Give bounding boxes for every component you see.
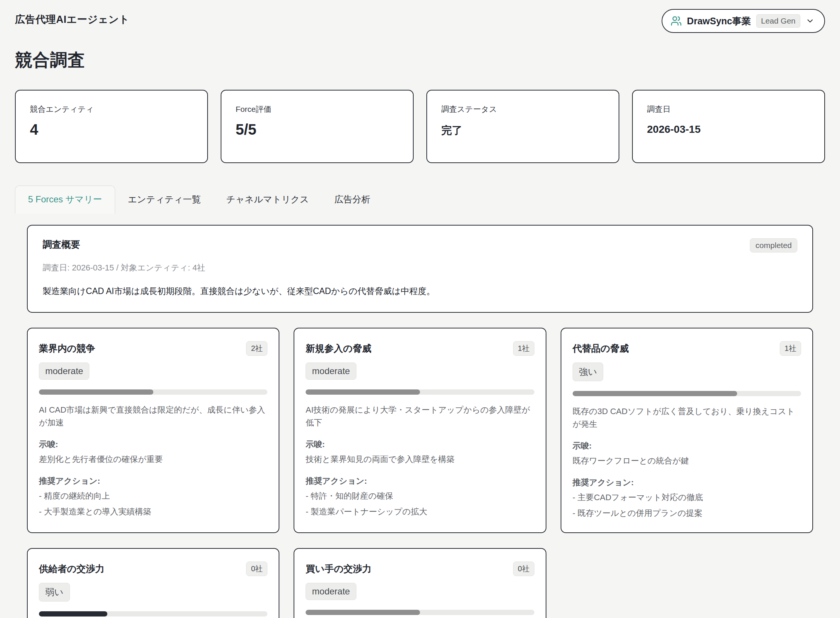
force-title: 代替品の脅威: [573, 342, 629, 355]
action-item: - 製造業パートナーシップの拡大: [306, 505, 534, 518]
force-strength-bar-fill: [306, 610, 420, 615]
tab-bar: 5 Forces サマリー エンティティ一覧 チャネルマトリクス 広告分析: [15, 186, 825, 214]
stat-card-force-score: Force評価 5/5: [221, 90, 414, 163]
force-strength-bar: [39, 389, 267, 395]
tab-panel: 調査概要 completed 調査日: 2026-03-15 / 対象エンティテ…: [15, 214, 825, 618]
stat-card-row: 競合エンティティ 4 Force評価 5/5 調査ステータス 完了 調査日 20…: [15, 90, 825, 163]
force-level-badge: moderate: [39, 362, 89, 380]
survey-overview-title: 調査概要: [43, 238, 80, 251]
action-item: - 既存ツールとの併用プランの提案: [573, 507, 801, 520]
action-item: - 大手製造業との導入実績構築: [39, 505, 267, 518]
survey-overview-header: 調査概要 completed: [43, 238, 797, 253]
stat-value: 4: [30, 121, 193, 138]
force-level-badge: 弱い: [39, 583, 70, 602]
insight-text: 差別化と先行者優位の確保が重要: [39, 453, 267, 466]
page-title: 競合調査: [15, 49, 825, 72]
stat-label: 競合エンティティ: [30, 104, 193, 114]
forces-grid: 業界内の競争 2社 moderate AI CAD市場は新興で直接競合は限定的だ…: [27, 328, 813, 618]
entity-count-badge: 0社: [246, 562, 267, 576]
app-title: 広告代理AIエージェント: [15, 9, 129, 26]
action-item: - 精度の継続的向上: [39, 490, 267, 502]
workspace-mode-badge: Lead Gen: [756, 14, 800, 28]
chevron-down-icon: [806, 16, 815, 25]
stat-value: 2026-03-15: [647, 123, 810, 135]
entity-count-badge: 1社: [513, 341, 534, 356]
status-badge: completed: [750, 238, 797, 253]
stat-value: 5/5: [236, 121, 399, 138]
action-item: - 特許・知的財産の確保: [306, 490, 534, 502]
force-title: 新規参入の脅威: [306, 342, 371, 355]
force-level-badge: moderate: [306, 583, 356, 600]
stat-card-date: 調査日 2026-03-15: [632, 90, 825, 163]
survey-overview-card: 調査概要 completed 調査日: 2026-03-15 / 対象エンティテ…: [27, 225, 813, 313]
stat-card-status: 調査ステータス 完了: [426, 90, 619, 163]
force-card-new-entrants: 新規参入の脅威 1社 moderate AI技術の発展により大学・スタートアップ…: [294, 328, 546, 533]
actions-label: 推奨アクション:: [573, 477, 801, 488]
stat-label: Force評価: [236, 104, 399, 114]
force-strength-bar: [306, 610, 534, 615]
force-title: 買い手の交渉力: [306, 563, 371, 575]
force-description: 既存の3D CADソフトが広く普及しており、乗り換えコストが発生: [573, 405, 801, 431]
force-title: 供給者の交渉力: [39, 563, 105, 575]
page-root: 広告代理AIエージェント DrawSync事業 Lead Gen 競合調査: [0, 0, 840, 618]
force-card-suppliers: 供給者の交渉力 0社 弱い クラウドインフラ、AI基盤は複数選択肢があり、供給: [27, 548, 279, 618]
stat-value: 完了: [441, 123, 604, 138]
tab-5forces-summary[interactable]: 5 Forces サマリー: [15, 186, 115, 214]
stat-card-entities: 競合エンティティ 4: [15, 90, 208, 163]
survey-summary-text: 製造業向けCAD AI市場は成長初期段階。直接競合は少ないが、従来型CADからの…: [43, 285, 797, 297]
force-strength-bar: [573, 391, 801, 396]
force-strength-bar-fill: [306, 389, 420, 395]
stat-label: 調査ステータス: [441, 104, 604, 114]
insight-label: 示唆:: [39, 439, 267, 450]
entity-count-badge: 2社: [246, 341, 267, 356]
users-icon: [671, 15, 682, 27]
force-description: AI技術の発展により大学・スタートアップからの参入障壁が低下: [306, 404, 534, 429]
force-level-badge: 強い: [573, 362, 604, 381]
entity-count-badge: 0社: [513, 562, 534, 576]
tab-channel-matrix[interactable]: チャネルマトリクス: [214, 186, 322, 214]
force-strength-bar: [306, 389, 534, 395]
force-description: AI CAD市場は新興で直接競合は限定的だが、成長に伴い参入が加速: [39, 404, 267, 429]
insight-label: 示唆:: [573, 440, 801, 452]
force-strength-bar-fill: [39, 389, 153, 395]
top-bar: 広告代理AIエージェント DrawSync事業 Lead Gen: [15, 9, 825, 33]
force-card-substitutes: 代替品の脅威 1社 強い 既存の3D CADソフトが広く普及しており、乗り換えコ…: [561, 328, 813, 533]
stat-label: 調査日: [647, 104, 810, 114]
insight-label: 示唆:: [306, 439, 534, 450]
tab-ad-analysis[interactable]: 広告分析: [322, 186, 383, 214]
force-strength-bar-fill: [39, 611, 107, 617]
force-card-rivalry: 業界内の競争 2社 moderate AI CAD市場は新興で直接競合は限定的だ…: [27, 328, 279, 533]
workspace-selector[interactable]: DrawSync事業 Lead Gen: [662, 9, 825, 33]
force-card-buyers: 買い手の交渉力 0社 moderate 大手製造業は価格交渉力が強いが、AI C…: [294, 548, 546, 618]
force-level-badge: moderate: [306, 362, 356, 380]
tab-entity-list[interactable]: エンティティ一覧: [115, 186, 214, 214]
force-strength-bar-fill: [573, 391, 737, 396]
force-title: 業界内の競争: [39, 342, 95, 355]
workspace-name: DrawSync事業: [687, 15, 751, 27]
force-strength-bar: [39, 611, 267, 617]
insight-text: 技術と業界知見の両面で参入障壁を構築: [306, 453, 534, 466]
actions-label: 推奨アクション:: [306, 475, 534, 487]
actions-label: 推奨アクション:: [39, 475, 267, 487]
insight-text: 既存ワークフローとの統合が鍵: [573, 455, 801, 467]
entity-count-badge: 1社: [780, 341, 801, 356]
survey-meta: 調査日: 2026-03-15 / 対象エンティティ: 4社: [43, 262, 797, 273]
action-item: - 主要CADフォーマット対応の徹底: [573, 491, 801, 504]
